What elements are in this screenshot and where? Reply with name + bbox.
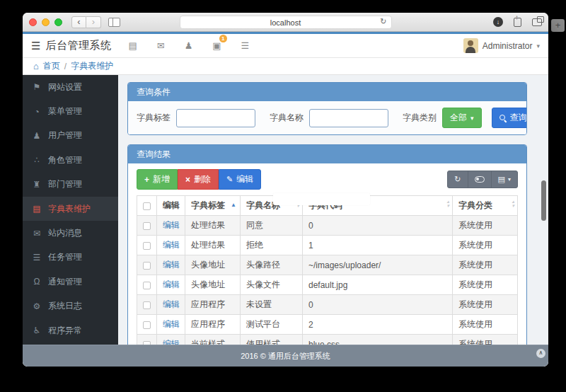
columns-icon: ▤ (498, 175, 505, 184)
app-title: 后台管理系统 (45, 39, 111, 52)
query-panel-title: 查询条件 (128, 83, 526, 101)
fullscreen-window-button[interactable] (54, 18, 62, 26)
cell-dict-name: 使用样式 (241, 335, 303, 345)
panels-icon[interactable]: ▤ (128, 40, 137, 51)
exception-icon: ♿ (32, 325, 42, 335)
cell-dict-label: 处理结果 (185, 236, 241, 255)
edit-button[interactable]: ✎编辑 (219, 169, 261, 190)
table-row: 编辑 头像地址 头像文件 default.jpg 系统使用 (137, 275, 518, 295)
sidebar-toggle-icon[interactable] (108, 18, 120, 27)
minimize-window-button[interactable] (42, 18, 50, 26)
search-button[interactable]: 查询 (492, 108, 527, 128)
background-new-tab-button[interactable]: + (551, 19, 565, 32)
results-panel-body: +新增 ×删除 ✎编辑 ↻ ▤▾ (128, 163, 526, 345)
sidebar-item[interactable]: ∴ 角色管理 (23, 148, 118, 172)
table-row: 编辑 处理结果 同意 0 系统使用 (137, 216, 518, 236)
breadcrumb-home-link[interactable]: 首页 (43, 60, 60, 72)
cell-dict-label: 头像地址 (185, 275, 241, 295)
share-icon[interactable]: ↑ (514, 18, 521, 27)
sidebar-item[interactable]: ⚙ 系统日志 (23, 294, 118, 318)
table-row: 编辑 当前样式 使用样式 blue.css 系统使用 (137, 335, 518, 345)
row-edit-link[interactable]: 编辑 (163, 220, 180, 230)
row-edit-link[interactable]: 编辑 (163, 279, 180, 289)
sidebar-item[interactable]: ♟ 用户管理 (23, 124, 118, 148)
cell-dict-code: 2 (303, 315, 453, 335)
dict-name-input[interactable] (309, 109, 388, 127)
row-checkbox[interactable] (143, 262, 151, 270)
window-controls (29, 18, 62, 26)
sidebar-item[interactable]: ☰ 任务管理 (23, 246, 118, 270)
sidebar-item[interactable]: ♿ 程序异常 (23, 318, 118, 342)
row-checkbox[interactable] (143, 242, 151, 250)
delete-button[interactable]: ×删除 (178, 169, 219, 190)
row-edit-link[interactable]: 编辑 (163, 319, 180, 329)
scroll-to-top-button[interactable]: ∧ (536, 349, 545, 358)
select-all-checkbox[interactable] (143, 202, 151, 210)
cell-dict-name: 拒绝 (241, 236, 303, 255)
downloads-icon[interactable]: ↓ (493, 17, 503, 27)
sidebar-item[interactable]: ▤ 字典表维护 (23, 197, 118, 221)
table-options-group: ↻ ▤▾ (447, 171, 518, 188)
row-edit-link[interactable]: 编辑 (163, 299, 180, 309)
row-checkbox[interactable] (143, 321, 151, 329)
cell-dict-category: 系统使用 (453, 315, 518, 335)
sidebar-item[interactable]: Ω 通知管理 (23, 270, 118, 294)
toolbar-right-icons: ↓ ↑ (493, 17, 542, 27)
reload-icon[interactable]: ↻ (380, 17, 386, 26)
browser-toolbar: ‹ › localhost ↻ ↓ ↑ (23, 13, 548, 32)
sidebar-item-label: 用户管理 (48, 129, 82, 142)
column-header-dict-label[interactable]: 字典标签▲ (185, 196, 241, 216)
show-tabs-icon[interactable] (532, 18, 542, 26)
database-icon[interactable]: ☰ (241, 40, 250, 51)
user-menu[interactable]: Administrator ▾ (463, 38, 540, 53)
user-name: Administrator (483, 41, 533, 51)
column-header-edit[interactable]: 编辑 (157, 196, 185, 216)
columns-button[interactable]: ▤▾ (491, 171, 518, 188)
message-icon: ✉ (32, 229, 42, 238)
back-button[interactable]: ‹ (71, 16, 86, 28)
chevron-down-icon: ▾ (470, 115, 474, 122)
sidebar-item[interactable]: ◔ 菜单管理 (23, 99, 118, 123)
sidebar-item[interactable]: ⚑ 网站设置 (23, 75, 118, 99)
scrollbar-thumb[interactable] (541, 180, 546, 221)
cell-dict-label: 处理结果 (185, 216, 241, 236)
sidebar-menu: ⚑ 网站设置 ◔ 菜单管理 ♟ 用户管理 ∴ 角色管理 ♜ 部门管理 ▤ 字典表… (23, 75, 118, 345)
category-dropdown-button[interactable]: 全部▾ (442, 108, 482, 128)
sidebar-item[interactable]: ♜ 部门管理 (23, 173, 118, 197)
refresh-icon: ↻ (454, 175, 461, 183)
footer-text: 2016 © 通用后台管理系统 (241, 351, 330, 362)
sidebar-item[interactable]: ✉ 站内消息 (23, 221, 118, 245)
row-checkbox[interactable] (143, 301, 151, 309)
x-icon: × (185, 175, 190, 185)
address-bar[interactable]: localhost ↻ (180, 16, 392, 29)
refresh-button[interactable]: ↻ (447, 171, 468, 188)
avatar (463, 38, 478, 53)
toggle-view-button[interactable] (468, 171, 492, 188)
row-edit-link[interactable]: 编辑 (163, 339, 180, 345)
dict-tag-input[interactable] (176, 109, 255, 127)
query-panel-body: 字典标签 字典名称 字典类别 全部▾ 查询 (128, 101, 526, 134)
page-footer: 2016 © 通用后台管理系统 (23, 345, 548, 367)
cell-dict-label: 头像地址 (185, 255, 241, 275)
briefcase-icon[interactable]: ▣1 (212, 40, 221, 51)
cell-dict-name: 头像文件 (241, 275, 303, 295)
row-checkbox[interactable] (143, 222, 151, 230)
cell-dict-category: 系统使用 (453, 236, 518, 255)
add-button[interactable]: +新增 (137, 169, 178, 190)
cell-dict-code: ~/images/uploader/ (303, 255, 453, 275)
row-edit-link[interactable]: 编辑 (163, 240, 180, 250)
cogs-icon: ⚙ (32, 301, 42, 311)
close-window-button[interactable] (29, 18, 37, 26)
column-header-dict-category[interactable]: 字典分类▴▾ (453, 196, 518, 216)
forward-button[interactable]: › (86, 16, 101, 28)
mail-icon[interactable]: ✉ (157, 40, 165, 51)
bank-icon: ♜ (32, 180, 42, 190)
menu-toggle-icon[interactable]: ☰ (31, 40, 40, 52)
sidebar-item-label: 系统日志 (48, 300, 82, 312)
url-text: localhost (270, 18, 301, 27)
row-edit-link[interactable]: 编辑 (163, 260, 180, 270)
row-checkbox[interactable] (143, 341, 151, 345)
row-checkbox[interactable] (143, 282, 151, 289)
flag-icon: ⚑ (32, 82, 42, 92)
user-add-icon[interactable]: ♟ (185, 40, 193, 51)
